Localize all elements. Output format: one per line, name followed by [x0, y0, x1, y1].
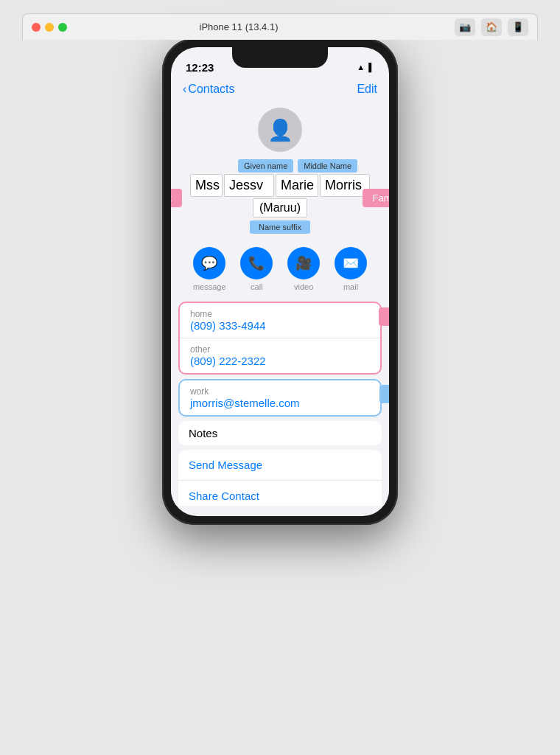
- message-icon: 💬: [193, 247, 225, 279]
- status-icons: ▲ ▌: [357, 63, 374, 72]
- screenshot-icon[interactable]: 📷: [455, 18, 475, 36]
- message-label: message: [193, 282, 226, 291]
- titlebar-actions: 📷 🏠 📱: [455, 18, 528, 36]
- video-label: video: [294, 282, 313, 291]
- share-contact-link[interactable]: Share Contact: [178, 481, 382, 506]
- status-time: 12:23: [186, 61, 214, 74]
- avatar: 👤: [258, 108, 302, 152]
- email-section: work jmorris@stemelle.com: [178, 379, 382, 417]
- action-links: Send Message Share Contact Add to Favori…: [178, 450, 382, 506]
- phones-section: home (809) 333-4944 other (809) 222-2322: [178, 302, 382, 375]
- notes-section: Notes: [178, 421, 382, 445]
- name-labels-row: Given name Middle Name: [203, 159, 357, 173]
- suffix-tag: Name suffix: [250, 220, 310, 234]
- given-name-field[interactable]: Jessv: [224, 174, 274, 197]
- home-icon[interactable]: 🏠: [481, 18, 502, 36]
- phone-screen: 12:23 ▲ ▌ ‹ Contacts Edit 👤: [171, 47, 389, 516]
- avatar-section: 👤: [171, 102, 389, 155]
- wifi-icon: ▲: [357, 63, 365, 72]
- mail-action[interactable]: ✉️ mail: [335, 247, 367, 291]
- mail-icon: ✉️: [335, 247, 367, 279]
- prefix-field[interactable]: Mss: [190, 174, 223, 197]
- edit-button[interactable]: Edit: [357, 83, 377, 96]
- battery-icon: ▌: [368, 63, 374, 72]
- call-action[interactable]: 📞 call: [240, 247, 273, 291]
- nav-bar: ‹ Contacts Edit: [171, 80, 389, 102]
- email-work-value[interactable]: jmorris@stemelle.com: [190, 397, 370, 409]
- call-icon: 📞: [240, 247, 273, 279]
- device-icon[interactable]: 📱: [508, 18, 528, 36]
- nickname-field[interactable]: (Maruu): [253, 198, 307, 218]
- phone-other-label: other: [190, 344, 370, 355]
- phone-wrapper: 12:23 ▲ ▌ ‹ Contacts Edit 👤: [162, 38, 398, 525]
- prefix-annotation: Prefix: [171, 189, 182, 207]
- action-buttons: 💬 message 📞 call 🎥 video ✉️ mail: [171, 238, 389, 297]
- titlebar: iPhone 11 (13.4.1) 📷 🏠 📱: [22, 13, 538, 40]
- family-name-annotation: Family name: [363, 189, 389, 207]
- phone-home-label: home: [190, 309, 370, 319]
- contact-content: 👤 Prefix Family name Given name Middle N…: [171, 102, 389, 506]
- email-annotation: Email: [379, 385, 389, 403]
- nickname-row: (Maruu): [253, 198, 307, 218]
- phone-row-home: home (809) 333-4944: [180, 303, 380, 338]
- phone-frame: 12:23 ▲ ▌ ‹ Contacts Edit 👤: [162, 38, 398, 525]
- suffix-row: Name suffix: [250, 220, 310, 234]
- phones-annotation: Phones: [379, 307, 389, 326]
- phone-row-other: other (809) 222-2322: [180, 338, 380, 373]
- middle-name-field[interactable]: Marie: [276, 174, 318, 197]
- phones-wrapper: home (809) 333-4944 other (809) 222-2322…: [178, 302, 382, 375]
- mail-label: mail: [343, 282, 358, 291]
- given-name-label: Given name: [238, 159, 293, 173]
- notes-label: Notes: [189, 427, 371, 439]
- email-wrapper: work jmorris@stemelle.com Email: [178, 379, 382, 417]
- video-action[interactable]: 🎥 video: [287, 247, 320, 291]
- name-fields-row: Mss Jessv Marie Morris: [190, 174, 370, 197]
- window-title: iPhone 11 (13.4.1): [29, 21, 449, 32]
- email-row-work: work jmorris@stemelle.com: [180, 380, 380, 415]
- email-work-label: work: [190, 386, 370, 397]
- call-label: call: [251, 282, 263, 291]
- notch: [232, 47, 328, 68]
- send-message-link[interactable]: Send Message: [178, 450, 382, 481]
- video-icon: 🎥: [287, 247, 320, 279]
- message-action[interactable]: 💬 message: [193, 247, 226, 291]
- chevron-left-icon: ‹: [183, 83, 186, 96]
- phone-other-value[interactable]: (809) 222-2322: [190, 355, 370, 367]
- name-fields-wrapper: Prefix Family name Given name Middle Nam…: [183, 159, 377, 234]
- back-button[interactable]: ‹ Contacts: [183, 83, 234, 96]
- phone-home-value[interactable]: (809) 333-4944: [190, 319, 370, 332]
- middle-name-label: Middle Name: [298, 159, 357, 173]
